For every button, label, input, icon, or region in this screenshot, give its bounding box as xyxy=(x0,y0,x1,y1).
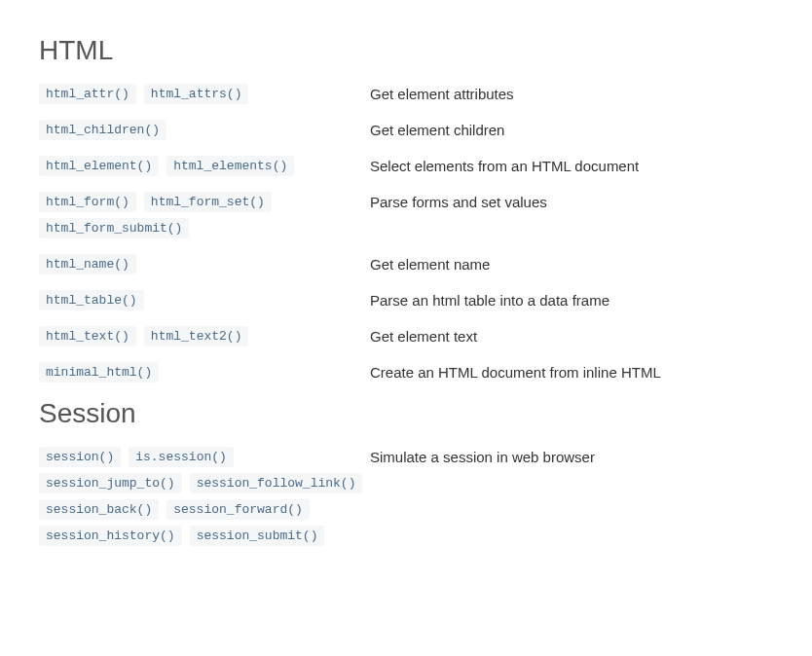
function-description: Get element attributes xyxy=(370,84,773,102)
reference-entry: html_name()Get element name xyxy=(39,254,773,274)
function-link[interactable]: minimal_html() xyxy=(39,362,159,383)
function-link[interactable]: is.session() xyxy=(129,447,234,467)
function-link[interactable]: html_table() xyxy=(39,290,144,310)
function-list: minimal_html() xyxy=(39,362,370,383)
function-link[interactable]: html_form_submit() xyxy=(39,218,189,238)
function-list: html_element()html_elements() xyxy=(39,156,370,176)
function-link[interactable]: html_elements() xyxy=(166,156,294,176)
function-link[interactable]: html_text() xyxy=(39,326,136,346)
function-link[interactable]: html_element() xyxy=(39,156,159,176)
reference-entry: html_element()html_elements()Select elem… xyxy=(39,156,773,176)
function-list: html_name() xyxy=(39,254,370,274)
function-description: Create an HTML document from inline HTML xyxy=(370,362,773,381)
reference-entry: html_form()html_form_set()html_form_subm… xyxy=(39,192,773,238)
reference-entry: html_table()Parse an html table into a d… xyxy=(39,290,773,310)
section-heading: Session xyxy=(39,398,773,429)
function-description: Simulate a session in web browser xyxy=(370,447,773,465)
function-link[interactable]: html_form_set() xyxy=(144,192,272,212)
function-list: session()is.session()session_jump_to()se… xyxy=(39,447,370,546)
function-description: Select elements from an HTML document xyxy=(370,156,773,174)
function-link[interactable]: html_attr() xyxy=(39,84,136,104)
function-description: Get element children xyxy=(370,120,773,138)
reference-entry: html_text()html_text2()Get element text xyxy=(39,326,773,346)
function-link[interactable]: session_follow_link() xyxy=(190,473,363,493)
function-description: Parse forms and set values xyxy=(370,192,773,210)
function-link[interactable]: html_children() xyxy=(39,120,166,140)
function-link[interactable]: session_jump_to() xyxy=(39,473,182,493)
reference-content: HTMLhtml_attr()html_attrs()Get element a… xyxy=(39,35,773,546)
function-link[interactable]: session_history() xyxy=(39,526,182,546)
function-description: Parse an html table into a data frame xyxy=(370,290,773,309)
function-list: html_children() xyxy=(39,120,370,140)
function-link[interactable]: html_name() xyxy=(39,254,136,274)
function-link[interactable]: html_form() xyxy=(39,192,136,212)
function-link[interactable]: html_text2() xyxy=(144,326,249,346)
function-link[interactable]: html_attrs() xyxy=(144,84,249,104)
reference-entry: minimal_html()Create an HTML document fr… xyxy=(39,362,773,383)
function-list: html_form()html_form_set()html_form_subm… xyxy=(39,192,370,238)
function-description: Get element name xyxy=(370,254,773,273)
function-list: html_attr()html_attrs() xyxy=(39,84,370,104)
reference-entry: html_children()Get element children xyxy=(39,120,773,140)
reference-entry: session()is.session()session_jump_to()se… xyxy=(39,447,773,546)
reference-entry: html_attr()html_attrs()Get element attri… xyxy=(39,84,773,104)
function-link[interactable]: session_forward() xyxy=(166,499,310,520)
function-link[interactable]: session() xyxy=(39,447,121,467)
function-link[interactable]: session_back() xyxy=(39,499,159,520)
function-description: Get element text xyxy=(370,326,773,345)
section-heading: HTML xyxy=(39,35,773,66)
function-list: html_text()html_text2() xyxy=(39,326,370,346)
function-link[interactable]: session_submit() xyxy=(190,526,325,546)
function-list: html_table() xyxy=(39,290,370,310)
